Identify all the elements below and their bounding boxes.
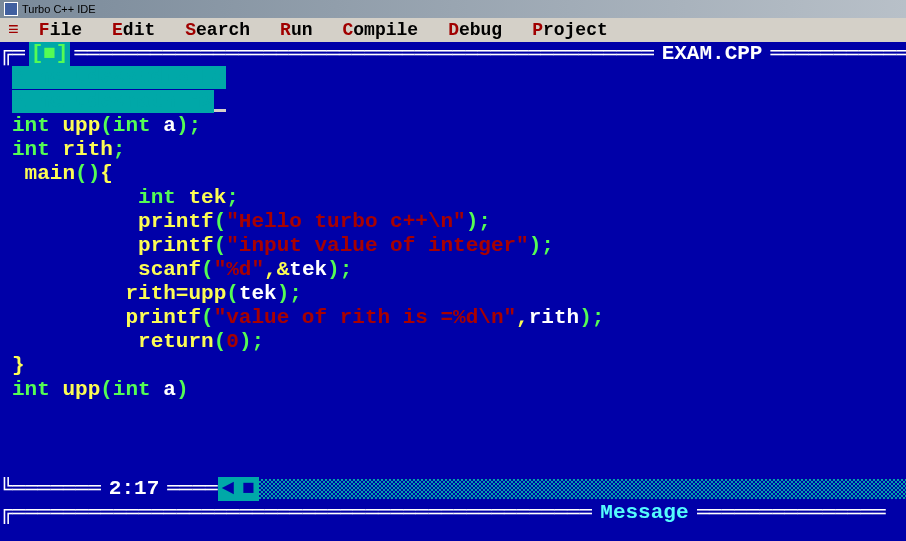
scroll-left-icon[interactable]: ◄ [218, 477, 239, 501]
editor-statusbar: ╚═══════ 2:17 ════ ◄ ■ [0, 477, 906, 501]
window-titlebar: Turbo C++ IDE [0, 0, 906, 18]
horizontal-scrollbar[interactable] [259, 479, 906, 499]
menu-compile[interactable]: Compile [343, 20, 419, 40]
text-cursor [214, 109, 226, 112]
code-line: #include<stdio.h> [12, 66, 894, 90]
message-label: Message [592, 501, 696, 524]
menu-debug[interactable]: Debug [448, 20, 502, 40]
scroll-thumb[interactable]: ■ [238, 477, 259, 501]
system-menu-icon[interactable]: ≡ [8, 20, 19, 40]
code-line: #include<math.h> [12, 90, 894, 114]
close-box-icon[interactable]: [■] [29, 42, 71, 66]
menu-file[interactable]: File [39, 20, 82, 40]
cursor-position: 2:17 [101, 477, 167, 501]
code-line: printf("Hello turbo c++\n"); [12, 210, 894, 234]
message-window[interactable]: ╔═══════════════════════════════════════… [0, 501, 906, 541]
code-line: int upp(int a) [12, 378, 894, 402]
code-line: int upp(int a); [12, 114, 894, 138]
code-line: int rith; [12, 138, 894, 162]
code-line: return(0); [12, 330, 894, 354]
menu-bar: ≡ File Edit Search Run Compile Debug Pro… [0, 18, 906, 42]
editor-filename: EXAM.CPP [654, 42, 771, 66]
menu-edit[interactable]: Edit [112, 20, 155, 40]
menu-run[interactable]: Run [280, 20, 312, 40]
editor-window[interactable]: ╔═ [■] ═════════════════════════════════… [0, 42, 906, 501]
editor-titlebar: ╔═ [■] ═════════════════════════════════… [0, 42, 906, 66]
code-line: main(){ [12, 162, 894, 186]
code-line: printf("value of rith is =%d\n",rith); [12, 306, 894, 330]
menu-project[interactable]: Project [532, 20, 608, 40]
message-titlebar: ╔═══════════════════════════════════════… [0, 501, 906, 524]
window-title: Turbo C++ IDE [22, 3, 96, 15]
code-line: printf("input value of integer"); [12, 234, 894, 258]
code-line: scanf("%d",&tek); [12, 258, 894, 282]
code-line: } [12, 354, 894, 378]
app-icon [4, 2, 18, 16]
code-line: int tek; [12, 186, 894, 210]
code-area[interactable]: #include<stdio.h> #include<math.h> int u… [12, 66, 894, 402]
code-line: rith=upp(tek); [12, 282, 894, 306]
menu-search[interactable]: Search [185, 20, 250, 40]
